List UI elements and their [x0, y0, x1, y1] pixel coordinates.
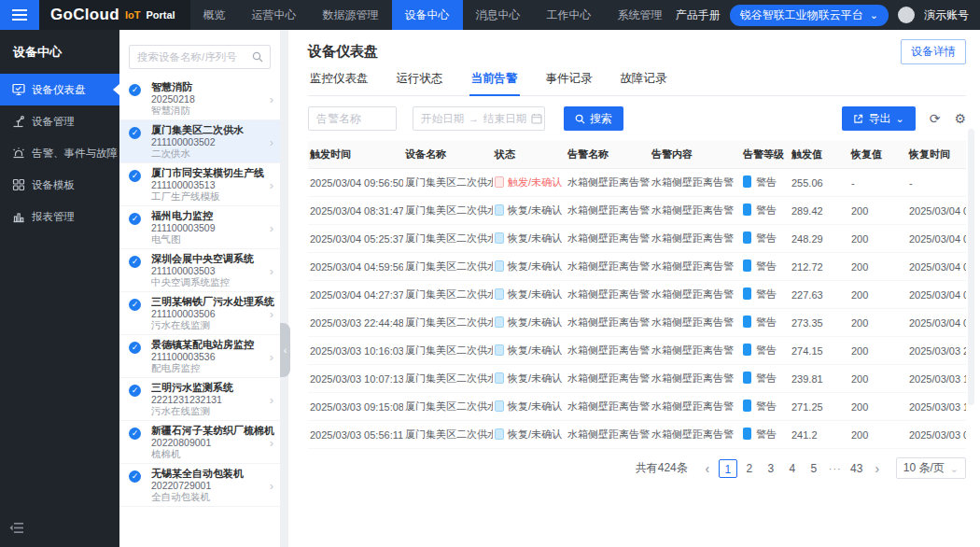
- cell-alarm-content: 水箱侧壁距离告警: [650, 253, 741, 281]
- page-size-select[interactable]: 10 条/页 ⌄: [896, 457, 966, 479]
- prev-page-icon[interactable]: ‹: [699, 462, 716, 475]
- device-name: 厦门市同安某模切生产线: [151, 167, 274, 179]
- top-nav-item[interactable]: 消息中心: [463, 0, 534, 30]
- level-text: 警告: [756, 428, 777, 440]
- cell-trigger-value: 241.2: [790, 421, 849, 449]
- calendar-icon: [531, 113, 542, 124]
- account-name[interactable]: 演示账号: [924, 7, 969, 23]
- refresh-icon[interactable]: ⟳: [930, 112, 941, 125]
- chevron-right-icon: ›: [270, 220, 273, 234]
- page-number[interactable]: 43: [847, 459, 866, 478]
- page-number[interactable]: 5: [805, 459, 823, 478]
- status-tag-icon: [495, 344, 504, 356]
- device-search-input[interactable]: [130, 51, 245, 63]
- tab[interactable]: 故障记录: [619, 69, 669, 95]
- page-number[interactable]: 3: [762, 459, 780, 478]
- page-number[interactable]: ···: [826, 459, 845, 478]
- device-name: 景德镇某配电站房监控: [151, 339, 274, 351]
- dashboard-icon: [12, 83, 25, 96]
- sidebar-item-device-management[interactable]: 设备管理: [0, 105, 119, 137]
- device-serial: 20250218: [151, 93, 274, 105]
- sidebar-item-alarms-events-faults[interactable]: 告警、事件与故障: [0, 137, 119, 169]
- cell-trigger-value: 227.63: [790, 281, 849, 309]
- collapse-sidebar-button[interactable]: [9, 521, 24, 538]
- device-online-check-icon: ✓: [129, 470, 141, 483]
- topbar: GoCloud IoT Portal 概览 运营中心 数据源管理 设备中心 消息…: [0, 0, 980, 30]
- bar-chart-icon: [12, 210, 25, 223]
- sidebar-item-device-template[interactable]: 设备模板: [0, 169, 119, 201]
- top-nav-item[interactable]: 工作中心: [534, 0, 605, 30]
- cell-status: 恢复/未确认: [493, 281, 566, 309]
- cell-alarm-name: 水箱侧壁距离告警: [566, 169, 650, 197]
- table-row: 2025/03/04 05:25:37 厦门集美区二次供水 恢复/未确认 水箱侧…: [308, 225, 966, 253]
- table-scrollbar[interactable]: [968, 129, 974, 405]
- device-list-item[interactable]: ✓ 福州电力监控 211100003509 电气图 ›: [119, 206, 280, 249]
- cell-device-name: 厦门集美区二次供水: [403, 197, 493, 225]
- cell-status: 恢复/未确认: [493, 393, 566, 421]
- device-template: 配电房监控: [151, 362, 274, 373]
- table-body: 2025/03/04 09:56:50 厦门集美区二次供水 触发/未确认 水箱侧…: [308, 169, 966, 449]
- export-button[interactable]: 导出 ⌄: [842, 106, 915, 131]
- tab[interactable]: 事件记录: [544, 69, 595, 95]
- cell-trigger-time: 2025/03/04 05:25:37: [308, 225, 403, 253]
- device-list-item[interactable]: ✓ 厦门集美区二次供水 211100003502 二次供水 ›: [119, 120, 280, 163]
- cell-trigger-value: 273.35: [790, 309, 849, 337]
- device-list-item[interactable]: ✓ 三明污水监测系统 2221231232131 污水在线监测 ›: [119, 378, 280, 421]
- settings-gear-icon[interactable]: ⚙: [954, 112, 966, 125]
- page-number[interactable]: 4: [783, 459, 802, 478]
- next-page-icon[interactable]: ›: [869, 462, 886, 475]
- device-template: 智慧消防: [151, 105, 274, 116]
- table-column-header: 恢复时间: [907, 141, 966, 169]
- page-number[interactable]: 1: [719, 459, 737, 478]
- top-nav-item[interactable]: 概览: [190, 0, 239, 30]
- platform-select[interactable]: 锐谷智联工业物联云平台 ⌄: [730, 5, 889, 26]
- tab[interactable]: 监控仪表盘: [308, 69, 371, 95]
- date-range-picker[interactable]: 开始日期 → 结束日期: [413, 106, 545, 131]
- sidebar-item-device-dashboard[interactable]: 设备仪表盘: [0, 74, 119, 105]
- table-header-row: 触发时间设备名称状态告警名称告警内容告警等级触发值恢复值恢复时间: [308, 141, 966, 169]
- device-template: 二次供水: [151, 147, 274, 159]
- device-list-item[interactable]: ✓ 厦门市同安某模切生产线 211100003513 工厂生产线模板 ›: [119, 163, 280, 206]
- table-column-header: 恢复值: [849, 141, 907, 169]
- cell-recover-time: 2025/03/03 10: [907, 393, 966, 421]
- tab[interactable]: 运行状态: [395, 69, 445, 95]
- device-list-item[interactable]: ✓ 智慧消防 20250218 智慧消防 ›: [119, 77, 280, 120]
- device-detail-button[interactable]: 设备详情: [901, 39, 966, 64]
- top-nav-item[interactable]: 设备中心: [392, 0, 463, 30]
- page-number[interactable]: 2: [740, 459, 759, 478]
- status-tag-icon: [495, 176, 504, 188]
- device-list-item[interactable]: ✓ 无锡某全自动包装机 20220729001 全自动包装机 ›: [119, 464, 280, 507]
- collapse-panel-handle[interactable]: ‹: [280, 323, 290, 377]
- level-tag-icon: [743, 316, 751, 328]
- sidebar-item-report-management[interactable]: 报表管理: [0, 201, 119, 232]
- top-nav-item[interactable]: 系统管理: [605, 0, 676, 30]
- device-list-item[interactable]: ✓ 景德镇某配电站房监控 211100003536 配电房监控 ›: [119, 335, 280, 378]
- table-column-header: 触发值: [790, 141, 849, 169]
- search-button[interactable]: 搜索: [564, 106, 623, 131]
- export-button-label: 导出: [868, 111, 890, 127]
- device-list-item[interactable]: ✓ 新疆石河子某纺织厂梳棉机 20220809001 梳棉机 ›: [119, 421, 280, 464]
- cell-alarm-content: 水箱侧壁距离告警: [650, 393, 741, 421]
- cell-device-name: 厦门集美区二次供水: [403, 337, 493, 365]
- alarm-name-input[interactable]: [308, 106, 397, 131]
- product-manual-link[interactable]: 产品手册: [676, 7, 721, 23]
- cell-status: 恢复/未确认: [493, 365, 566, 393]
- device-list-item[interactable]: ✓ 三明某钢铁厂污水处理系统 211100003506 污水在线监测 ›: [119, 292, 280, 335]
- avatar[interactable]: [898, 7, 915, 23]
- tab[interactable]: 当前告警: [469, 69, 520, 96]
- level-text: 警告: [756, 316, 777, 328]
- status-text: 恢复/未确认: [508, 288, 562, 300]
- device-list-item[interactable]: ✓ 深圳会展中央空调系统 211100003503 中央空调系统监控 ›: [119, 249, 280, 292]
- top-nav-item[interactable]: 运营中心: [239, 0, 310, 30]
- cell-alarm-name: 水箱侧壁距离告警: [566, 337, 650, 365]
- sidebar-title: 设备中心: [0, 30, 119, 74]
- search-icon[interactable]: [245, 51, 270, 63]
- hamburger-menu-button[interactable]: [0, 0, 39, 30]
- device-template: 梳棉机: [151, 448, 274, 459]
- top-nav-item[interactable]: 数据源管理: [310, 0, 392, 30]
- chevron-right-icon: ›: [270, 349, 273, 363]
- device-online-check-icon: ✓: [129, 342, 141, 354]
- logo: GoCloud IoT Portal: [39, 0, 190, 30]
- cell-trigger-value: 239.81: [790, 365, 849, 393]
- status-tag-icon: [495, 288, 504, 300]
